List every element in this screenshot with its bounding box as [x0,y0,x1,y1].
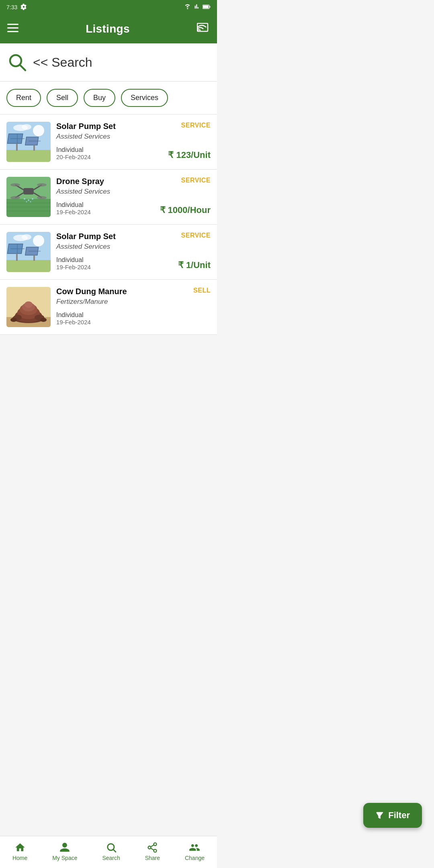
listing-price-3: ₹ 1/Unit [178,260,211,270]
listing-title-3: Solar Pump Set [56,232,116,241]
listing-image-2 [6,177,51,217]
svg-rect-46 [16,254,18,261]
listing-content-1: Solar Pump Set SERVICE Assisted Services… [56,122,211,160]
svg-point-39 [30,201,31,203]
listing-content-4: Cow Dung Manure SELL Fertizers/Manure In… [56,287,211,326]
listing-badge-1: SERVICE [181,122,211,129]
svg-point-41 [33,235,44,246]
svg-point-38 [26,201,27,203]
pill-services[interactable]: Services [121,89,168,107]
listing-title-2: Drone Spray [56,177,104,186]
svg-point-37 [32,198,33,200]
listing-seller-2: Individual [56,201,91,209]
pill-rent[interactable]: Rent [6,89,41,107]
pill-buy[interactable]: Buy [84,89,115,107]
search-label[interactable]: << Search [33,55,92,70]
page-title: Listings [86,23,130,35]
svg-rect-5 [7,31,18,32]
listing-title-4: Cow Dung Manure [56,287,127,296]
pill-sell[interactable]: Sell [47,89,78,107]
listing-price-1: ₹ 123/Unit [168,150,211,160]
listing-content-3: Solar Pump Set SERVICE Assisted Services… [56,232,211,270]
svg-rect-26 [23,188,34,194]
table-row[interactable]: Solar Pump Set SERVICE Assisted Services… [0,225,217,280]
svg-point-34 [37,196,47,199]
listing-badge-3: SERVICE [181,232,211,239]
svg-line-8 [20,65,25,70]
listing-badge-2: SERVICE [181,177,211,184]
cast-icon[interactable] [197,23,210,35]
svg-rect-1 [203,6,209,8]
listing-content-2: Drone Spray SERVICE Assisted Services In… [56,177,211,215]
listing-subtitle-3: Assisted Services [56,243,211,251]
svg-rect-22 [6,199,51,217]
signal-icon [194,4,200,11]
svg-point-51 [22,234,31,240]
listing-price-2: ₹ 1000/Hour [160,205,211,215]
hamburger-icon[interactable] [7,24,18,34]
listing-date-2: 19-Feb-2024 [56,209,91,215]
table-row[interactable]: Cow Dung Manure SELL Fertizers/Manure In… [0,280,217,335]
svg-rect-15 [16,143,18,151]
listing-date-3: 19-Feb-2024 [56,264,91,270]
status-time: 7:33 [6,4,17,10]
listing-seller-1: Individual [56,146,91,154]
listing-subtitle-2: Assisted Services [56,188,211,196]
battery-icon [203,4,211,11]
svg-point-20 [22,124,31,130]
svg-point-32 [10,196,20,199]
wifi-icon [185,4,192,11]
svg-point-33 [37,183,47,186]
listing-seller-4: Individual [56,311,91,319]
status-bar: 7:33 [0,0,217,14]
svg-rect-49 [33,255,35,261]
svg-point-62 [10,318,17,322]
svg-point-63 [40,318,47,322]
category-pills-container: Rent Sell Buy Services [0,82,217,115]
listing-date-1: 20-Feb-2024 [56,154,91,160]
table-row[interactable]: Solar Pump Set SERVICE Assisted Services… [0,115,217,170]
listing-subtitle-1: Assisted Services [56,133,211,141]
listing-seller-3: Individual [56,256,91,264]
svg-rect-11 [6,150,51,162]
listing-subtitle-4: Fertizers/Manure [56,298,211,306]
gear-icon [20,4,27,11]
status-icons [185,4,211,11]
svg-rect-42 [6,260,51,272]
svg-point-59 [25,301,33,308]
svg-rect-4 [7,27,18,29]
search-bar[interactable]: << Search [0,43,217,82]
listing-date-4: 19-Feb-2024 [56,319,91,326]
svg-point-10 [33,125,44,136]
svg-point-36 [28,199,29,201]
listings-container: Solar Pump Set SERVICE Assisted Services… [0,115,217,335]
svg-point-35 [24,198,25,200]
search-icon [6,51,28,73]
top-bar: Listings [0,14,217,43]
listing-badge-4: SELL [193,287,211,294]
listing-title-1: Solar Pump Set [56,122,116,131]
listing-image-3 [6,232,51,272]
svg-rect-2 [209,6,210,8]
table-row[interactable]: Drone Spray SERVICE Assisted Services In… [0,170,217,225]
listing-image-4 [6,287,51,327]
svg-rect-18 [33,145,35,151]
svg-point-31 [10,183,20,186]
svg-rect-3 [7,24,18,25]
listing-image-1 [6,122,51,162]
